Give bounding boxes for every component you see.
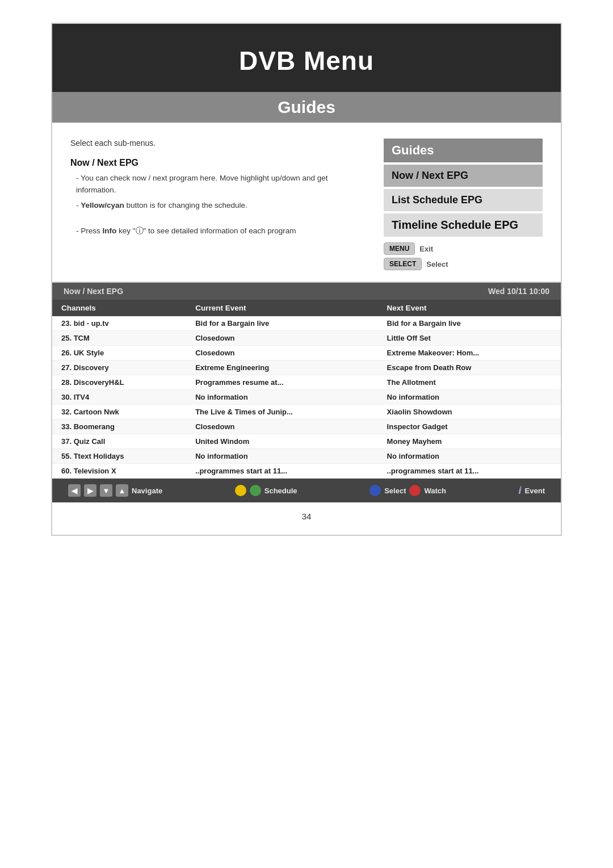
table-cell-next: Extreme Makeover: Hom... xyxy=(378,346,561,360)
table-row[interactable]: 55. Ttext HolidaysNo informationNo infor… xyxy=(52,449,561,464)
epg-header-bar: Now / Next EPG Wed 10/11 10:00 xyxy=(52,283,561,300)
navigate-label: Navigate xyxy=(132,487,162,495)
schedule-section: Schedule xyxy=(235,485,297,496)
green-circle-icon xyxy=(250,485,261,496)
section-title: Guides xyxy=(52,98,561,117)
table-cell-current: United Windom xyxy=(186,434,377,449)
schedule-label: Schedule xyxy=(264,487,297,495)
table-cell-current: Bid for a Bargain live xyxy=(186,316,377,331)
table-cell-next: No information xyxy=(378,390,561,405)
table-cell-channel: 55. Ttext Holidays xyxy=(52,449,186,464)
table-cell-next: Bid for a Bargain live xyxy=(378,316,561,331)
select-hint-row: SELECT Select xyxy=(384,258,543,270)
table-cell-current: Closedown xyxy=(186,331,377,346)
table-cell-channel: 30. ITV4 xyxy=(52,390,186,405)
arrow-right-icon[interactable]: ▶ xyxy=(84,484,96,497)
epg-section: Now / Next EPG Wed 10/11 10:00 Channels … xyxy=(52,283,561,479)
table-row[interactable]: 60. Television X..programmes start at 11… xyxy=(52,464,561,479)
table-row[interactable]: 28. DiscoveryH&LProgrammes resume at...T… xyxy=(52,375,561,390)
event-section: i Event xyxy=(519,485,545,497)
table-cell-current: Closedown xyxy=(186,346,377,360)
table-cell-channel: 32. Cartoon Nwk xyxy=(52,405,186,420)
col-next: Next Event xyxy=(378,300,561,316)
info-icon: i xyxy=(519,485,522,497)
table-cell-next: Money Mayhem xyxy=(378,434,561,449)
intro-text: Select each sub-menus. xyxy=(70,139,367,148)
select-action: Select xyxy=(426,260,448,269)
select-watch-section: Select Watch xyxy=(370,485,446,496)
right-column: Guides Now / Next EPG List Schedule EPG … xyxy=(384,139,543,270)
red-circle-icon xyxy=(409,485,421,496)
arrow-up-icon[interactable]: ▲ xyxy=(116,484,128,497)
button-hints: MENU Exit SELECT Select xyxy=(384,242,543,270)
main-content: Select each sub-menus. Now / Next EPG - … xyxy=(52,123,561,282)
table-row[interactable]: 37. Quiz CallUnited WindomMoney Mayhem xyxy=(52,434,561,449)
watch-label: Watch xyxy=(424,487,446,495)
table-cell-channel: 37. Quiz Call xyxy=(52,434,186,449)
epg-table: Channels Current Event Next Event 23. bi… xyxy=(52,300,561,479)
desc2: - Yellow/cyan button is for changing the… xyxy=(70,200,367,212)
table-row[interactable]: 30. ITV4No informationNo information xyxy=(52,390,561,405)
menu-button[interactable]: MENU xyxy=(384,242,415,255)
table-cell-next: Escape from Death Row xyxy=(378,360,561,375)
epg-datetime: Wed 10/11 10:00 xyxy=(488,287,549,296)
col-current: Current Event xyxy=(186,300,377,316)
table-cell-channel: 27. Discovery xyxy=(52,360,186,375)
table-cell-next: The Allotment xyxy=(378,375,561,390)
table-cell-next: Inspector Gadget xyxy=(378,420,561,434)
arrow-down-icon[interactable]: ▼ xyxy=(100,484,112,497)
table-cell-current: Programmes resume at... xyxy=(186,375,377,390)
table-row[interactable]: 25. TCMClosedownLittle Off Set xyxy=(52,331,561,346)
epg-label: Now / Next EPG xyxy=(64,287,123,296)
left-column: Select each sub-menus. Now / Next EPG - … xyxy=(70,139,367,270)
menu-item-now-next[interactable]: Now / Next EPG xyxy=(384,165,543,187)
table-cell-next: No information xyxy=(378,449,561,464)
right-guides-title: Guides xyxy=(392,143,535,158)
epg-table-header: Channels Current Event Next Event xyxy=(52,300,561,316)
now-next-epg-title: Now / Next EPG xyxy=(70,158,367,168)
desc3: - Press Info key "ⓘ" to see detailed inf… xyxy=(70,225,367,237)
table-row[interactable]: 33. BoomerangClosedownInspector Gadget xyxy=(52,420,561,434)
table-cell-current: ..programmes start at 11... xyxy=(186,464,377,479)
event-label: Event xyxy=(525,487,545,495)
page-number: 34 xyxy=(52,502,561,535)
menu-item-timeline-schedule[interactable]: Timeline Schedule EPG xyxy=(384,213,543,237)
navigate-section: ◀ ▶ ▼ ▲ Navigate xyxy=(68,484,162,497)
table-cell-current: Extreme Engineering xyxy=(186,360,377,375)
table-cell-channel: 60. Television X xyxy=(52,464,186,479)
menu-hint-row: MENU Exit xyxy=(384,242,543,255)
table-cell-channel: 28. DiscoveryH&L xyxy=(52,375,186,390)
select-label: Select xyxy=(384,487,406,495)
select-button[interactable]: SELECT xyxy=(384,258,422,270)
table-row[interactable]: 26. UK StyleClosedownExtreme Makeover: H… xyxy=(52,346,561,360)
page-title: DVB Menu xyxy=(52,45,561,76)
table-cell-channel: 23. bid - up.tv xyxy=(52,316,186,331)
table-cell-channel: 25. TCM xyxy=(52,331,186,346)
table-row[interactable]: 32. Cartoon NwkThe Live & Times of Junip… xyxy=(52,405,561,420)
table-cell-current: No information xyxy=(186,390,377,405)
yellow-circle-icon xyxy=(235,485,246,496)
table-cell-current: The Live & Times of Junip... xyxy=(186,405,377,420)
right-guides-header: Guides xyxy=(384,139,543,162)
dvb-header: DVB Menu xyxy=(52,24,561,92)
table-cell-next: Xiaolin Showdown xyxy=(378,405,561,420)
table-row[interactable]: 23. bid - up.tvBid for a Bargain liveBid… xyxy=(52,316,561,331)
table-cell-channel: 33. Boomerang xyxy=(52,420,186,434)
arrow-left-icon[interactable]: ◀ xyxy=(68,484,81,497)
table-cell-channel: 26. UK Style xyxy=(52,346,186,360)
table-cell-current: Closedown xyxy=(186,420,377,434)
table-cell-next: Little Off Set xyxy=(378,331,561,346)
table-cell-current: No information xyxy=(186,449,377,464)
table-cell-next: ..programmes start at 11... xyxy=(378,464,561,479)
table-row[interactable]: 27. DiscoveryExtreme EngineeringEscape f… xyxy=(52,360,561,375)
section-bar: Guides xyxy=(52,92,561,123)
nav-bar: ◀ ▶ ▼ ▲ Navigate Schedule Select Watch i… xyxy=(52,479,561,502)
desc1: - You can check now / next program here.… xyxy=(70,173,367,196)
menu-action: Exit xyxy=(419,245,433,253)
col-channels: Channels xyxy=(52,300,186,316)
blue-circle-icon xyxy=(370,485,381,496)
menu-item-list-schedule[interactable]: List Schedule EPG xyxy=(384,189,543,211)
